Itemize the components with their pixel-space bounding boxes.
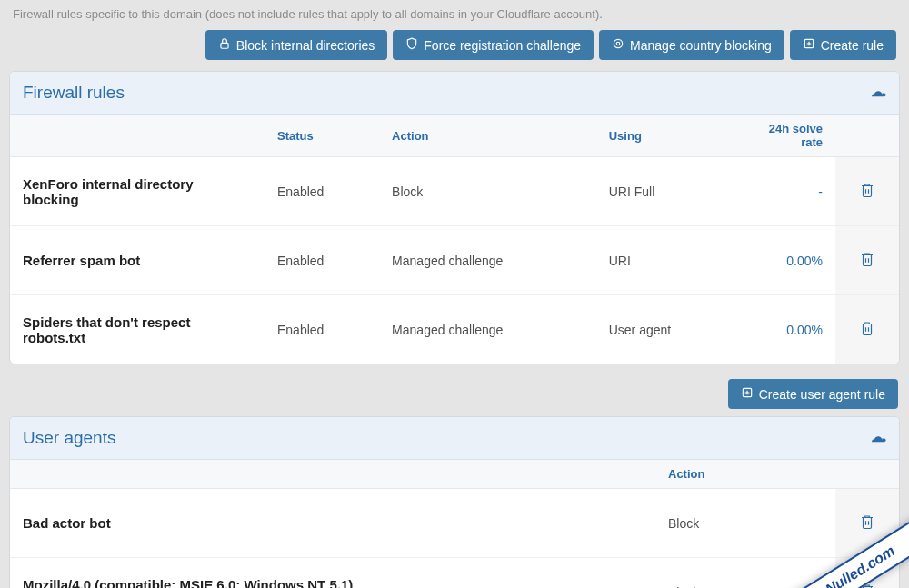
table-row: Spiders that don't respect robots.txt En… [10,295,899,364]
ua-panel-title: User agents [23,428,115,448]
manage-country-label: Manage country blocking [630,38,772,53]
cloudflare-icon [868,428,886,448]
intro-text: Firewall rules specific to this domain (… [9,7,900,21]
force-registration-label: Force registration challenge [424,38,581,53]
col-using: Using [596,115,735,157]
firewall-rules-table: Status Action Using 24h solve rate XenFo… [10,115,899,364]
shield-icon [405,37,418,53]
block-directories-button[interactable]: Block internal directories [205,30,388,60]
col-rate: 24h solve rate [735,115,835,157]
delete-button[interactable] [848,239,886,282]
rule-rate: - [818,184,823,199]
svg-point-2 [616,42,620,45]
col-action: Action [379,115,596,157]
ua-name: Mozilla/4.0 (compatible; MSIE 6.0; Windo… [23,577,643,588]
svg-point-1 [614,39,622,47]
rule-name: Referrer spam bot [10,226,265,295]
rule-name: Spiders that don't respect robots.txt [10,295,265,364]
create-rule-button[interactable]: Create rule [790,30,896,60]
create-ua-label: Create user agent rule [759,387,885,402]
plus-box-icon [803,37,815,53]
cloudflare-icon [868,83,886,103]
force-registration-button[interactable]: Force registration challenge [393,30,594,60]
svg-rect-0 [221,43,228,48]
table-row: Mozilla/4.0 (compatible; MSIE 6.0; Windo… [10,558,899,589]
firewall-rules-panel: Firewall rules Status Action Using 24h s… [9,71,900,364]
main-toolbar: Block internal directories Force registr… [9,30,900,60]
firewall-panel-title: Firewall rules [23,83,125,103]
table-row: Referrer spam bot Enabled Managed challe… [10,226,899,295]
create-user-agent-rule-button[interactable]: Create user agent rule [728,379,898,409]
rule-status: Enabled [265,295,379,364]
table-row: XenForo internal directory blocking Enab… [10,157,899,226]
col-action: Action [655,460,835,489]
rule-using: User agent [596,295,735,364]
rule-action: Block [379,157,596,226]
target-icon [612,37,624,53]
ua-action: Block [655,489,835,558]
lock-icon [218,37,231,53]
delete-button[interactable] [848,170,886,213]
table-row: Bad actor bot Block [10,489,899,558]
rule-status: Enabled [265,226,379,295]
delete-button[interactable] [848,502,886,544]
rule-action: Managed challenge [379,295,596,364]
plus-box-icon [741,386,754,402]
ua-name: Bad actor bot [23,515,643,531]
block-directories-label: Block internal directories [236,38,375,53]
delete-button[interactable] [848,308,886,351]
rule-name: XenForo internal directory blocking [10,157,265,226]
rule-status: Enabled [265,157,379,226]
rule-rate: 0.00% [786,323,823,337]
rule-rate: 0.00% [786,254,823,268]
col-status: Status [265,115,379,157]
create-rule-label: Create rule [821,38,884,53]
rule-using: URI Full [596,157,735,226]
rule-action: Managed challenge [379,226,596,295]
manage-country-button[interactable]: Manage country blocking [599,30,784,60]
user-agents-panel: User agents Action Bad actor bot Block [9,416,900,588]
rule-using: URI [596,226,735,295]
user-agents-table: Action Bad actor bot Block Mozilla/4.0 (… [10,460,899,588]
